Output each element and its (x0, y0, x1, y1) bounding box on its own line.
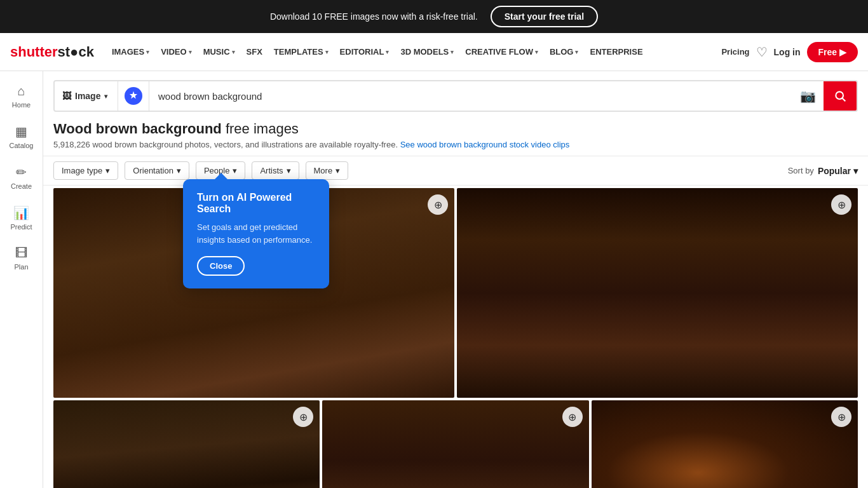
nav-item-creative-flow[interactable]: CREATIVE FLOW ▾ (460, 43, 543, 60)
ai-icon-wrap (118, 81, 149, 111)
chevron-down-icon: ▾ (146, 49, 149, 55)
chevron-down-icon: ▾ (104, 93, 107, 100)
sidebar-item-create[interactable]: ✏ Create (0, 158, 43, 196)
nav-item-blog[interactable]: BLOG ▾ (545, 43, 584, 60)
chevron-down-icon: ▾ (233, 166, 237, 175)
svg-line-1 (843, 98, 846, 102)
filter-orientation[interactable]: Orientation ▾ (125, 161, 189, 180)
create-icon: ✏ (16, 165, 27, 180)
heart-icon[interactable]: ♡ (756, 44, 768, 60)
filters-bar: Image type ▾ Orientation ▾ People ▾ Arti… (43, 156, 868, 186)
chevron-down-icon: ▾ (575, 49, 578, 55)
search-type-icon: 🖼 (62, 91, 71, 101)
trial-button[interactable]: Start your free trial (491, 6, 598, 27)
filters-left: Image type ▾ Orientation ▾ People ▾ Arti… (53, 161, 348, 180)
header-right: Pricing ♡ Log in Free ▶ (721, 42, 858, 62)
chevron-down-icon: ▾ (451, 49, 454, 55)
video-link[interactable]: See wood brown background stock video cl… (400, 140, 570, 149)
sidebar-item-home[interactable]: ⌂ Home (0, 78, 43, 115)
search-input[interactable] (149, 91, 792, 102)
nav-item-music[interactable]: MUSIC ▾ (198, 43, 240, 60)
sidebar-label-plan: Plan (14, 263, 28, 271)
ai-popup-description: Set goals and get predicted insights bas… (197, 221, 315, 246)
chevron-down-icon: ▾ (853, 166, 858, 176)
sidebar-label-catalog: Catalog (10, 142, 34, 149)
image-card[interactable]: ⊕ (322, 400, 588, 488)
ai-popup-title: Turn on AI Powered Search (197, 192, 315, 215)
filter-artists[interactable]: Artists ▾ (252, 161, 299, 180)
filter-image-type[interactable]: Image type ▾ (53, 161, 118, 180)
nav-item-editorial[interactable]: EDITORIAL ▾ (335, 43, 395, 60)
content-area: 🖼 Image ▾ 📷 (43, 71, 868, 488)
page-title-area: Wood brown background free images 5,918,… (43, 121, 868, 156)
chevron-down-icon: ▾ (336, 166, 340, 175)
title-suffix: free images (226, 121, 299, 137)
nav-item-sfx[interactable]: SFX (241, 43, 268, 60)
top-banner: Download 10 FREE images now with a risk-… (0, 0, 868, 33)
predict-icon: 📊 (13, 205, 29, 220)
chevron-down-icon: ▾ (177, 166, 181, 175)
svg-point-0 (836, 92, 843, 99)
nav-item-3d-models[interactable]: 3D MODELS ▾ (395, 43, 459, 60)
main-nav: IMAGES ▾ VIDEO ▾ MUSIC ▾ SFX TEMPLATES ▾… (107, 43, 714, 60)
nav-item-enterprise[interactable]: ENTERPRISE (585, 43, 648, 60)
chevron-down-icon: ▾ (325, 49, 329, 55)
close-popup-button[interactable]: Close (197, 256, 245, 276)
search-bar: 🖼 Image ▾ 📷 (53, 80, 858, 112)
sidebar-item-predict[interactable]: 📊 Predict (0, 199, 43, 237)
zoom-icon[interactable]: ⊕ (428, 194, 448, 215)
zoom-icon[interactable]: ⊕ (293, 407, 313, 427)
nav-item-video[interactable]: VIDEO ▾ (156, 43, 196, 60)
image-card[interactable]: ⊕ (53, 400, 320, 488)
ai-popup: Turn on AI Powered Search Set goals and … (183, 179, 329, 288)
image-grid-top: ⊕ ⊕ (43, 186, 868, 400)
zoom-icon[interactable]: ⊕ (562, 407, 583, 427)
sort-label: Sort by (788, 166, 814, 175)
sidebar: ⌂ Home ▦ Catalog ✏ Create 📊 Predict 🎞 Pl… (0, 71, 43, 488)
main-wrapper: ⌂ Home ▦ Catalog ✏ Create 📊 Predict 🎞 Pl… (0, 71, 868, 488)
page-title: Wood brown background free images (53, 121, 858, 137)
sidebar-label-create: Create (11, 182, 32, 190)
chevron-down-icon: ▾ (287, 166, 291, 175)
camera-icon[interactable]: 📷 (792, 88, 824, 104)
logo[interactable]: shutterst●ck (10, 44, 94, 60)
search-type-select[interactable]: 🖼 Image ▾ (55, 81, 118, 111)
home-icon: ⌂ (17, 84, 25, 98)
search-button[interactable] (824, 81, 857, 111)
sidebar-item-plan[interactable]: 🎞 Plan (0, 240, 43, 277)
sidebar-item-help[interactable]: ? Help (0, 482, 43, 488)
chevron-down-icon: ▾ (232, 49, 235, 55)
logo-text: shutterst●ck (10, 44, 94, 60)
image-card[interactable]: ⊕ (592, 400, 858, 488)
ai-search-icon[interactable] (125, 87, 142, 105)
image-grid-bottom: ⊕ ⊕ ⊕ (43, 400, 868, 488)
header: shutterst●ck IMAGES ▾ VIDEO ▾ MUSIC ▾ SF… (0, 33, 868, 71)
nav-item-images[interactable]: IMAGES ▾ (107, 43, 154, 60)
login-button[interactable]: Log in (774, 47, 801, 57)
filter-more[interactable]: More ▾ (306, 161, 349, 180)
chevron-down-icon: ▾ (386, 49, 389, 55)
free-button[interactable]: Free ▶ (807, 42, 858, 62)
banner-text: Download 10 FREE images now with a risk-… (270, 11, 478, 22)
chevron-down-icon: ▾ (189, 49, 192, 55)
sidebar-label-predict: Predict (10, 223, 32, 231)
nav-item-templates[interactable]: TEMPLATES ▾ (269, 43, 334, 60)
sidebar-label-home: Home (12, 101, 31, 109)
image-card[interactable]: ⊕ (457, 188, 858, 398)
sort-area: Sort by Popular ▾ (788, 166, 858, 176)
search-type-label: Image (75, 91, 100, 101)
chevron-down-icon: ▾ (535, 49, 538, 55)
sort-select[interactable]: Popular ▾ (818, 166, 858, 176)
zoom-icon[interactable]: ⊕ (831, 194, 851, 215)
sidebar-item-catalog[interactable]: ▦ Catalog (0, 118, 43, 156)
zoom-icon[interactable]: ⊕ (831, 407, 851, 427)
pricing-link[interactable]: Pricing (721, 47, 749, 57)
chevron-down-icon: ▾ (105, 166, 110, 175)
subtitle: 5,918,226 wood brown background photos, … (53, 140, 858, 149)
sort-value: Popular (818, 166, 851, 176)
plan-icon: 🎞 (15, 246, 28, 261)
catalog-icon: ▦ (15, 124, 27, 139)
